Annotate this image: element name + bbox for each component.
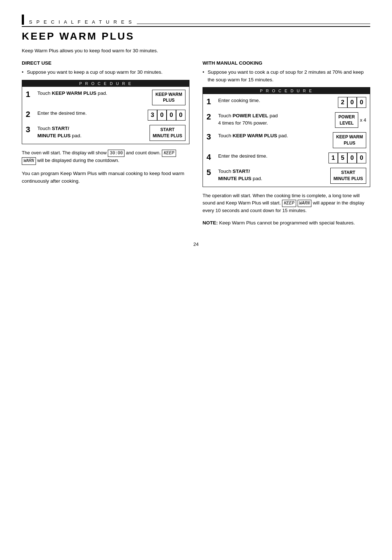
left-display-val-1: 30:00	[108, 150, 124, 157]
digit-0b: 0	[167, 110, 176, 121]
left-step-2-number: 2	[26, 110, 34, 119]
right-step-1-digits: 2 0 0	[338, 97, 366, 108]
digit-5: 5	[338, 153, 347, 163]
right-step-2: 2 Touch POWER LEVEL pad4 times for 70% p…	[207, 112, 366, 128]
left-step-3-number: 3	[26, 125, 34, 134]
right-step-3-button: KEEP WARMPLUS	[333, 132, 366, 148]
digit-r0a: 0	[347, 97, 357, 108]
right-step-5-number: 5	[207, 168, 215, 177]
digit-0a: 0	[157, 110, 167, 121]
left-program-note: You can program Keep Warm Plus with manu…	[22, 170, 189, 185]
right-display-val-keep: KEEP	[282, 200, 296, 207]
vertical-bar-accent	[22, 15, 24, 25]
right-step-5: 5 Touch START/MINUTE PLUS pad. STARTMINU…	[207, 168, 366, 184]
right-info-text: The operation will start. When the cooki…	[203, 192, 370, 215]
right-procedure-box: P R O C E D U R E 1 Enter cooking time. …	[203, 87, 370, 187]
left-step-3: 3 Touch START/MINUTE PLUS pad. STARTMINU…	[26, 125, 185, 141]
right-step-2-number: 2	[207, 112, 215, 122]
right-step-1: 1 Enter cooking time. 2 0 0	[207, 97, 366, 108]
right-procedure-header: P R O C E D U R E	[203, 88, 370, 94]
right-step-2-text: Touch POWER LEVEL pad4 times for 70% pow…	[218, 112, 332, 127]
note-bold-label: NOTE:	[203, 220, 218, 226]
right-step-4-number: 4	[207, 153, 215, 162]
right-step-1-text: Enter cooking time.	[218, 97, 335, 104]
left-step-3-button: STARTMINUTE PLUS	[150, 125, 185, 141]
left-display-val-keep: KEEP	[162, 150, 176, 157]
right-step-2-power-row: POWERLEVEL x 4	[335, 112, 366, 128]
left-display-val-warm: WARN	[22, 157, 36, 165]
special-features-header: S P E C I A L F E A T U R E S	[22, 15, 370, 27]
digit-2: 2	[338, 97, 347, 108]
right-step-1-number: 1	[207, 97, 215, 106]
with-manual-heading: WITH MANUAL COOKING	[203, 60, 370, 66]
right-column: WITH MANUAL COOKING Suppose you want to …	[203, 60, 370, 227]
left-column: DIRECT USE Suppose you want to keep a cu…	[22, 60, 189, 227]
right-step-5-text: Touch START/MINUTE PLUS pad.	[218, 168, 327, 183]
page-number: 24	[22, 242, 370, 247]
left-procedure-header: P R O C E D U R E	[22, 80, 189, 87]
left-step-2: 2 Enter the desired time. 3 0 0 0	[26, 110, 185, 121]
right-step-4: 4 Enter the desired time. 1 5 0 0	[207, 153, 366, 163]
power-level-button: POWERLEVEL	[335, 112, 358, 128]
right-procedure-body: 1 Enter cooking time. 2 0 0 2 Touch POWE…	[203, 94, 370, 187]
times-label: x 4	[360, 117, 366, 123]
digit-r40: 0	[347, 153, 357, 163]
left-bullet-1: Suppose you want to keep a cup of soup w…	[22, 69, 189, 76]
left-step-1-button: KEEP WARMPLUS	[152, 90, 185, 106]
right-step-5-button: STARTMINUTE PLUS	[330, 168, 366, 184]
section-label: S P E C I A L F E A T U R E S	[29, 19, 133, 25]
right-step-3: 3 Touch KEEP WARM PLUS pad. KEEP WARMPLU…	[207, 132, 366, 148]
right-bullet-1: Suppose you want to cook a cup of soup f…	[203, 69, 370, 84]
left-step-1-text: Touch KEEP WARM PLUS pad.	[37, 90, 149, 97]
digit-r41: 0	[357, 153, 366, 163]
left-step-2-digits: 3 0 0 0	[148, 110, 185, 121]
digit-3: 3	[148, 110, 157, 121]
right-step-4-digits: 1 5 0 0	[328, 153, 366, 163]
left-step-1-number: 1	[26, 90, 34, 99]
left-step-3-text: Touch START/MINUTE PLUS pad.	[37, 125, 147, 140]
right-step-3-number: 3	[207, 132, 215, 142]
left-procedure-body: 1 Touch KEEP WARM PLUS pad. KEEP WARMPLU…	[22, 87, 189, 144]
page-title: KEEP WARM PLUS	[22, 31, 370, 42]
header-divider-line	[137, 24, 370, 24]
right-step-3-text: Touch KEEP WARM PLUS pad.	[218, 132, 330, 139]
two-column-layout: DIRECT USE Suppose you want to keep a cu…	[22, 60, 370, 227]
digit-r0b: 0	[357, 97, 366, 108]
right-note: NOTE: Keep Warm Plus cannot be programme…	[203, 219, 370, 227]
digit-1: 1	[328, 153, 338, 163]
left-info-text: The oven will start. The display will sh…	[22, 149, 189, 165]
digit-0c: 0	[176, 110, 185, 121]
right-display-val-warn: WARN	[298, 200, 312, 207]
intro-text: Keep Warm Plus allows you to keep food w…	[22, 47, 370, 54]
left-procedure-box: P R O C E D U R E 1 Touch KEEP WARM PLUS…	[22, 80, 189, 144]
right-step-4-text: Enter the desired time.	[218, 153, 326, 160]
left-step-2-text: Enter the desired time.	[37, 110, 145, 117]
direct-use-heading: DIRECT USE	[22, 60, 189, 66]
left-step-1: 1 Touch KEEP WARM PLUS pad. KEEP WARMPLU…	[26, 90, 185, 106]
